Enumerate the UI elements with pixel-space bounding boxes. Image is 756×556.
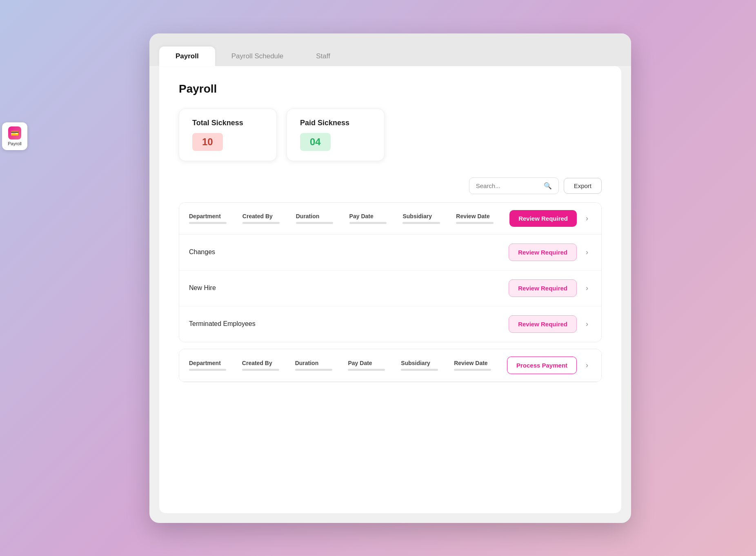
tab-staff[interactable]: Staff [300,47,347,66]
total-sickness-card: Total Sickness 10 [179,109,277,161]
col-created-by-2: Created By [242,360,295,371]
sidebar: 💳 Payroll [0,0,29,556]
payroll-icon: 💳 [8,126,21,140]
bottom-header-action-group: Process Payment › [507,357,591,374]
bottom-table-header: Department Created By Duration Pay Date … [179,349,601,382]
col-department-2: Department [189,360,242,371]
terminated-chevron-button[interactable]: › [583,318,591,330]
bottom-header-chevron-button[interactable]: › [583,359,591,371]
main-container: Payroll Payroll Schedule Staff Payroll T… [149,33,631,523]
header-review-required-button[interactable]: Review Required [509,210,577,227]
top-table-header: Department Created By Duration Pay Date … [179,203,601,235]
row-new-hire-label: New Hire [189,284,509,292]
search-input[interactable] [476,182,540,189]
total-sickness-value: 10 [192,133,223,151]
row-changes-label: Changes [189,248,509,256]
col-created-by: Created By [242,213,296,224]
header-action-group: Review Required › [509,210,591,227]
terminated-review-button[interactable]: Review Required [509,315,577,333]
col-review-date-2: Review Date [454,360,507,371]
table-row: Terminated Employees Review Required › [179,306,601,342]
search-icon: 🔍 [544,182,552,190]
tab-payroll[interactable]: Payroll [159,47,215,66]
table-row: Changes Review Required › [179,235,601,270]
col-pay-date-2: Pay Date [348,360,401,371]
col-department: Department [189,213,242,224]
total-sickness-label: Total Sickness [192,119,263,127]
table-row: New Hire Review Required › [179,270,601,306]
col-pay-date: Pay Date [349,213,403,224]
top-table-section: Department Created By Duration Pay Date … [179,202,602,342]
paid-sickness-card: Paid Sickness 04 [287,109,385,161]
toolbar: 🔍 Export [179,177,602,194]
search-box[interactable]: 🔍 [469,177,559,194]
header-chevron-button[interactable]: › [583,213,591,224]
new-hire-chevron-button[interactable]: › [583,282,591,294]
process-payment-button[interactable]: Process Payment [507,357,577,374]
export-button[interactable]: Export [564,178,602,194]
tab-payroll-schedule[interactable]: Payroll Schedule [215,47,300,66]
changes-chevron-button[interactable]: › [583,246,591,258]
tabs-bar: Payroll Payroll Schedule Staff [149,33,631,66]
col-subsidiary-2: Subsidiary [401,360,454,371]
col-duration: Duration [296,213,349,224]
paid-sickness-value: 04 [300,133,331,151]
new-hire-action-group: Review Required › [509,279,591,297]
stats-row: Total Sickness 10 Paid Sickness 04 [179,109,602,161]
col-review-date: Review Date [456,213,509,224]
bottom-table-section: Department Created By Duration Pay Date … [179,349,602,382]
col-duration-2: Duration [295,360,348,371]
sidebar-item-payroll[interactable]: 💳 Payroll [2,122,27,150]
terminated-action-group: Review Required › [509,315,591,333]
paid-sickness-label: Paid Sickness [300,119,371,127]
col-subsidiary: Subsidiary [402,213,456,224]
row-terminated-label: Terminated Employees [189,320,509,328]
page-title: Payroll [179,82,602,95]
changes-review-button[interactable]: Review Required [509,244,577,261]
new-hire-review-button[interactable]: Review Required [509,279,577,297]
content-area: Payroll Total Sickness 10 Paid Sickness … [159,66,621,513]
sidebar-label: Payroll [8,141,22,146]
changes-action-group: Review Required › [509,244,591,261]
